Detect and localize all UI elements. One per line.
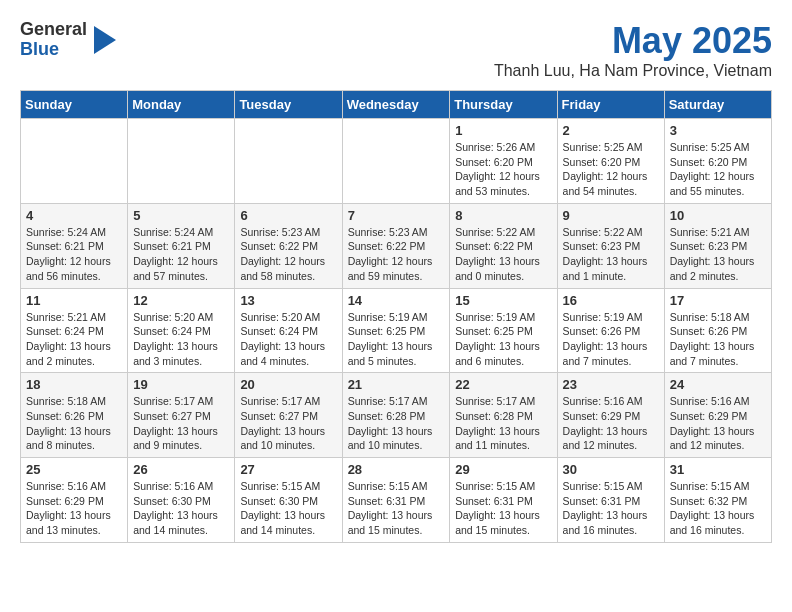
- day-number: 5: [133, 208, 229, 223]
- logo-blue: Blue: [20, 40, 87, 60]
- day-info: Sunrise: 5:19 AM Sunset: 6:25 PM Dayligh…: [348, 310, 445, 369]
- calendar-cell: 3Sunrise: 5:25 AM Sunset: 6:20 PM Daylig…: [664, 119, 771, 204]
- day-number: 2: [563, 123, 659, 138]
- day-number: 21: [348, 377, 445, 392]
- calendar-cell: 6Sunrise: 5:23 AM Sunset: 6:22 PM Daylig…: [235, 203, 342, 288]
- calendar-cell: 4Sunrise: 5:24 AM Sunset: 6:21 PM Daylig…: [21, 203, 128, 288]
- day-number: 1: [455, 123, 551, 138]
- calendar-cell: 11Sunrise: 5:21 AM Sunset: 6:24 PM Dayli…: [21, 288, 128, 373]
- calendar-cell: [128, 119, 235, 204]
- calendar-cell: 7Sunrise: 5:23 AM Sunset: 6:22 PM Daylig…: [342, 203, 450, 288]
- day-info: Sunrise: 5:17 AM Sunset: 6:28 PM Dayligh…: [348, 394, 445, 453]
- header: General Blue May 2025 Thanh Luu, Ha Nam …: [20, 20, 772, 80]
- day-info: Sunrise: 5:18 AM Sunset: 6:26 PM Dayligh…: [670, 310, 766, 369]
- day-number: 31: [670, 462, 766, 477]
- day-number: 24: [670, 377, 766, 392]
- calendar-cell: 22Sunrise: 5:17 AM Sunset: 6:28 PM Dayli…: [450, 373, 557, 458]
- calendar-cell: [235, 119, 342, 204]
- day-number: 9: [563, 208, 659, 223]
- day-header-monday: Monday: [128, 91, 235, 119]
- day-number: 27: [240, 462, 336, 477]
- day-info: Sunrise: 5:26 AM Sunset: 6:20 PM Dayligh…: [455, 140, 551, 199]
- day-info: Sunrise: 5:18 AM Sunset: 6:26 PM Dayligh…: [26, 394, 122, 453]
- day-number: 13: [240, 293, 336, 308]
- day-info: Sunrise: 5:21 AM Sunset: 6:23 PM Dayligh…: [670, 225, 766, 284]
- logo-arrow-icon: [94, 26, 116, 54]
- day-info: Sunrise: 5:16 AM Sunset: 6:29 PM Dayligh…: [26, 479, 122, 538]
- day-header-friday: Friday: [557, 91, 664, 119]
- calendar-cell: 30Sunrise: 5:15 AM Sunset: 6:31 PM Dayli…: [557, 458, 664, 543]
- day-number: 26: [133, 462, 229, 477]
- calendar-cell: 21Sunrise: 5:17 AM Sunset: 6:28 PM Dayli…: [342, 373, 450, 458]
- calendar-cell: 31Sunrise: 5:15 AM Sunset: 6:32 PM Dayli…: [664, 458, 771, 543]
- calendar-cell: 14Sunrise: 5:19 AM Sunset: 6:25 PM Dayli…: [342, 288, 450, 373]
- calendar-cell: 18Sunrise: 5:18 AM Sunset: 6:26 PM Dayli…: [21, 373, 128, 458]
- day-header-saturday: Saturday: [664, 91, 771, 119]
- day-number: 17: [670, 293, 766, 308]
- day-info: Sunrise: 5:20 AM Sunset: 6:24 PM Dayligh…: [240, 310, 336, 369]
- day-header-wednesday: Wednesday: [342, 91, 450, 119]
- calendar-cell: 28Sunrise: 5:15 AM Sunset: 6:31 PM Dayli…: [342, 458, 450, 543]
- day-number: 16: [563, 293, 659, 308]
- calendar-cell: 10Sunrise: 5:21 AM Sunset: 6:23 PM Dayli…: [664, 203, 771, 288]
- calendar-cell: 15Sunrise: 5:19 AM Sunset: 6:25 PM Dayli…: [450, 288, 557, 373]
- day-number: 11: [26, 293, 122, 308]
- day-info: Sunrise: 5:24 AM Sunset: 6:21 PM Dayligh…: [26, 225, 122, 284]
- calendar-cell: 8Sunrise: 5:22 AM Sunset: 6:22 PM Daylig…: [450, 203, 557, 288]
- calendar-cell: 17Sunrise: 5:18 AM Sunset: 6:26 PM Dayli…: [664, 288, 771, 373]
- day-info: Sunrise: 5:17 AM Sunset: 6:27 PM Dayligh…: [133, 394, 229, 453]
- calendar-cell: 2Sunrise: 5:25 AM Sunset: 6:20 PM Daylig…: [557, 119, 664, 204]
- calendar-cell: 25Sunrise: 5:16 AM Sunset: 6:29 PM Dayli…: [21, 458, 128, 543]
- day-number: 18: [26, 377, 122, 392]
- day-info: Sunrise: 5:19 AM Sunset: 6:26 PM Dayligh…: [563, 310, 659, 369]
- calendar-cell: 19Sunrise: 5:17 AM Sunset: 6:27 PM Dayli…: [128, 373, 235, 458]
- calendar-cell: 29Sunrise: 5:15 AM Sunset: 6:31 PM Dayli…: [450, 458, 557, 543]
- day-info: Sunrise: 5:15 AM Sunset: 6:31 PM Dayligh…: [348, 479, 445, 538]
- day-number: 28: [348, 462, 445, 477]
- day-info: Sunrise: 5:23 AM Sunset: 6:22 PM Dayligh…: [348, 225, 445, 284]
- day-info: Sunrise: 5:22 AM Sunset: 6:22 PM Dayligh…: [455, 225, 551, 284]
- day-info: Sunrise: 5:16 AM Sunset: 6:29 PM Dayligh…: [563, 394, 659, 453]
- day-header-tuesday: Tuesday: [235, 91, 342, 119]
- calendar-cell: 13Sunrise: 5:20 AM Sunset: 6:24 PM Dayli…: [235, 288, 342, 373]
- day-number: 10: [670, 208, 766, 223]
- day-header-thursday: Thursday: [450, 91, 557, 119]
- calendar-cell: 23Sunrise: 5:16 AM Sunset: 6:29 PM Dayli…: [557, 373, 664, 458]
- day-info: Sunrise: 5:17 AM Sunset: 6:28 PM Dayligh…: [455, 394, 551, 453]
- day-info: Sunrise: 5:16 AM Sunset: 6:29 PM Dayligh…: [670, 394, 766, 453]
- day-info: Sunrise: 5:25 AM Sunset: 6:20 PM Dayligh…: [563, 140, 659, 199]
- calendar-cell: 27Sunrise: 5:15 AM Sunset: 6:30 PM Dayli…: [235, 458, 342, 543]
- day-info: Sunrise: 5:15 AM Sunset: 6:30 PM Dayligh…: [240, 479, 336, 538]
- day-info: Sunrise: 5:20 AM Sunset: 6:24 PM Dayligh…: [133, 310, 229, 369]
- calendar-cell: 24Sunrise: 5:16 AM Sunset: 6:29 PM Dayli…: [664, 373, 771, 458]
- day-number: 14: [348, 293, 445, 308]
- calendar-week-4: 18Sunrise: 5:18 AM Sunset: 6:26 PM Dayli…: [21, 373, 772, 458]
- day-number: 12: [133, 293, 229, 308]
- calendar-cell: [21, 119, 128, 204]
- day-info: Sunrise: 5:17 AM Sunset: 6:27 PM Dayligh…: [240, 394, 336, 453]
- calendar-cell: 26Sunrise: 5:16 AM Sunset: 6:30 PM Dayli…: [128, 458, 235, 543]
- day-number: 8: [455, 208, 551, 223]
- calendar-week-2: 4Sunrise: 5:24 AM Sunset: 6:21 PM Daylig…: [21, 203, 772, 288]
- day-number: 22: [455, 377, 551, 392]
- day-info: Sunrise: 5:15 AM Sunset: 6:31 PM Dayligh…: [455, 479, 551, 538]
- calendar-subtitle: Thanh Luu, Ha Nam Province, Vietnam: [494, 62, 772, 80]
- day-info: Sunrise: 5:21 AM Sunset: 6:24 PM Dayligh…: [26, 310, 122, 369]
- calendar-week-3: 11Sunrise: 5:21 AM Sunset: 6:24 PM Dayli…: [21, 288, 772, 373]
- day-info: Sunrise: 5:16 AM Sunset: 6:30 PM Dayligh…: [133, 479, 229, 538]
- calendar-header-row: SundayMondayTuesdayWednesdayThursdayFrid…: [21, 91, 772, 119]
- day-number: 7: [348, 208, 445, 223]
- day-info: Sunrise: 5:15 AM Sunset: 6:32 PM Dayligh…: [670, 479, 766, 538]
- calendar-cell: 16Sunrise: 5:19 AM Sunset: 6:26 PM Dayli…: [557, 288, 664, 373]
- day-header-sunday: Sunday: [21, 91, 128, 119]
- day-info: Sunrise: 5:19 AM Sunset: 6:25 PM Dayligh…: [455, 310, 551, 369]
- day-info: Sunrise: 5:15 AM Sunset: 6:31 PM Dayligh…: [563, 479, 659, 538]
- logo: General Blue: [20, 20, 116, 60]
- day-number: 29: [455, 462, 551, 477]
- calendar-cell: 20Sunrise: 5:17 AM Sunset: 6:27 PM Dayli…: [235, 373, 342, 458]
- day-info: Sunrise: 5:24 AM Sunset: 6:21 PM Dayligh…: [133, 225, 229, 284]
- day-number: 3: [670, 123, 766, 138]
- title-area: May 2025 Thanh Luu, Ha Nam Province, Vie…: [494, 20, 772, 80]
- day-info: Sunrise: 5:22 AM Sunset: 6:23 PM Dayligh…: [563, 225, 659, 284]
- calendar-cell: 5Sunrise: 5:24 AM Sunset: 6:21 PM Daylig…: [128, 203, 235, 288]
